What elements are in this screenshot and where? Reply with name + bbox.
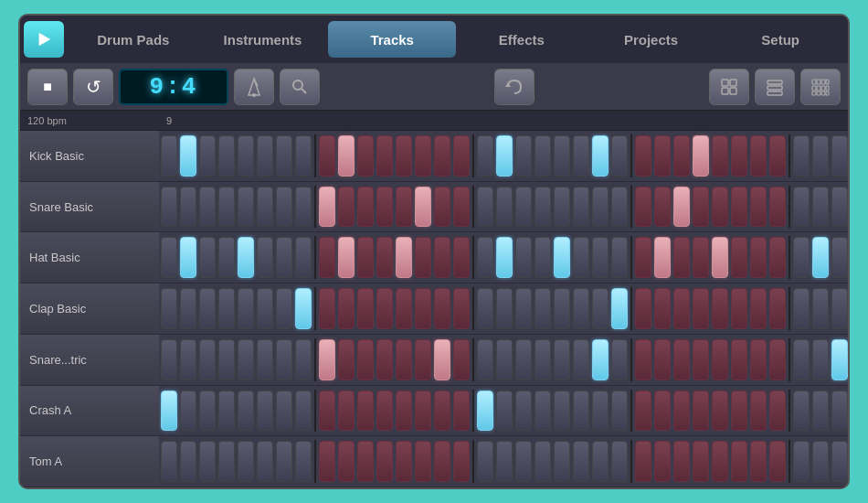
pad-button[interactable] — [257, 339, 273, 380]
pad-button[interactable] — [654, 441, 671, 482]
play-button[interactable] — [24, 21, 64, 58]
pad-button[interactable] — [673, 391, 690, 432]
pad-button[interactable] — [573, 339, 589, 380]
pad-button[interactable] — [793, 441, 810, 482]
pad-button[interactable] — [673, 339, 690, 380]
pad-button[interactable] — [831, 135, 848, 177]
pad-button[interactable] — [453, 135, 470, 177]
pad-button[interactable] — [769, 288, 786, 329]
pad-button[interactable] — [611, 135, 628, 177]
pad-button[interactable] — [573, 237, 589, 278]
pad-button[interactable] — [477, 187, 493, 228]
pad-button[interactable] — [161, 288, 177, 329]
pad-button[interactable] — [712, 135, 728, 177]
pad-button[interactable] — [199, 441, 216, 482]
pad-button[interactable] — [712, 339, 728, 380]
pad-button[interactable] — [257, 391, 273, 432]
pad-button[interactable] — [769, 237, 786, 278]
pad-button[interactable] — [376, 135, 393, 177]
tab-tracks[interactable]: Tracks — [328, 21, 456, 58]
pad-button[interactable] — [573, 187, 589, 228]
pad-button[interactable] — [415, 441, 431, 482]
pad-button[interactable] — [338, 339, 355, 380]
pad-button[interactable] — [357, 288, 374, 329]
pad-button[interactable] — [769, 187, 786, 228]
loop-button[interactable]: ↺ — [73, 69, 113, 105]
pad-button[interactable] — [515, 441, 532, 482]
pad-button[interactable] — [731, 288, 747, 329]
pad-button[interactable] — [415, 187, 431, 228]
pad-button[interactable] — [750, 339, 767, 380]
pad-button[interactable] — [693, 288, 709, 329]
tab-drum-pads[interactable]: Drum Pads — [69, 21, 197, 58]
pad-button[interactable] — [338, 441, 355, 482]
pad-button[interactable] — [357, 339, 374, 380]
pad-button[interactable] — [573, 441, 589, 482]
pad-button[interactable] — [731, 135, 747, 177]
pad-button[interactable] — [693, 339, 709, 380]
pad-button[interactable] — [415, 339, 431, 380]
pad-button[interactable] — [434, 391, 450, 432]
pad-button[interactable] — [731, 237, 747, 278]
pad-button[interactable] — [415, 288, 431, 329]
pad-button[interactable] — [496, 237, 513, 278]
pad-button[interactable] — [218, 288, 235, 329]
pad-button[interactable] — [693, 135, 709, 177]
pad-button[interactable] — [477, 339, 493, 380]
pad-button[interactable] — [515, 339, 532, 380]
pad-button[interactable] — [276, 187, 292, 228]
pad-button[interactable] — [693, 441, 709, 482]
pad-button[interactable] — [338, 237, 355, 278]
pad-button[interactable] — [793, 237, 810, 278]
pad-button[interactable] — [769, 135, 786, 177]
pad-button[interactable] — [831, 339, 848, 380]
pad-button[interactable] — [357, 187, 374, 228]
pad-button[interactable] — [180, 391, 196, 432]
pad-button[interactable] — [396, 135, 412, 177]
pad-button[interactable] — [654, 187, 671, 228]
pad-button[interactable] — [515, 391, 532, 432]
pad-button[interactable] — [453, 339, 470, 380]
pad-button[interactable] — [673, 187, 690, 228]
pad-button[interactable] — [654, 339, 671, 380]
pad-button[interactable] — [750, 187, 767, 228]
pad-button[interactable] — [453, 441, 470, 482]
pad-button[interactable] — [654, 135, 671, 177]
pad-button[interactable] — [199, 237, 216, 278]
pad-button[interactable] — [180, 339, 196, 380]
pad-button[interactable] — [496, 135, 513, 177]
pad-button[interactable] — [199, 391, 216, 432]
track-label-clap[interactable]: Clap Basic — [20, 284, 159, 335]
pad-button[interactable] — [161, 237, 177, 278]
pad-button[interactable] — [161, 187, 177, 228]
pad-button[interactable] — [635, 441, 651, 482]
pad-button[interactable] — [238, 187, 254, 228]
pad-button[interactable] — [673, 237, 690, 278]
pad-button[interactable] — [812, 441, 829, 482]
pad-button[interactable] — [611, 339, 628, 380]
pad-button[interactable] — [180, 135, 196, 177]
pad-button[interactable] — [276, 288, 292, 329]
pad-button[interactable] — [592, 187, 609, 228]
pad-button[interactable] — [769, 391, 786, 432]
pad-button[interactable] — [693, 391, 709, 432]
pad-button[interactable] — [396, 237, 412, 278]
pad-button[interactable] — [477, 391, 493, 432]
search-button[interactable] — [280, 69, 320, 105]
pad-button[interactable] — [357, 237, 374, 278]
pad-button[interactable] — [319, 237, 335, 278]
pad-button[interactable] — [731, 187, 747, 228]
pad-button[interactable] — [276, 135, 292, 177]
pad-button[interactable] — [712, 288, 728, 329]
pad-button[interactable] — [611, 187, 628, 228]
pad-button[interactable] — [357, 441, 374, 482]
pad-button[interactable] — [712, 187, 728, 228]
pad-button[interactable] — [238, 339, 254, 380]
pad-button[interactable] — [319, 441, 335, 482]
pad-button[interactable] — [750, 237, 767, 278]
pad-button[interactable] — [812, 391, 829, 432]
pad-button[interactable] — [319, 339, 335, 380]
pad-button[interactable] — [376, 288, 393, 329]
pad-button[interactable] — [731, 339, 747, 380]
pad-button[interactable] — [831, 187, 848, 228]
